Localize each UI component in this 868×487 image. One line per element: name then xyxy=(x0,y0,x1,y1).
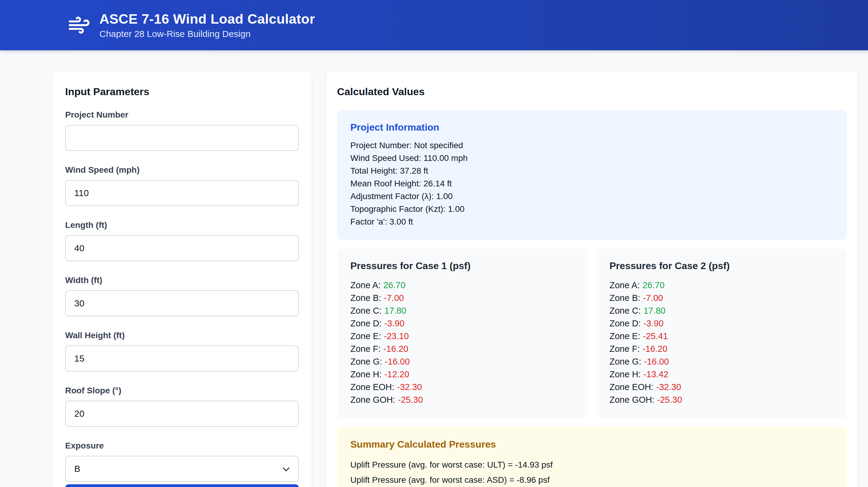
zone-value: 17.80 xyxy=(644,306,665,315)
zone-value: -16.00 xyxy=(385,357,410,366)
zone-row: Zone C:17.80 xyxy=(610,304,833,317)
zone-value: 17.80 xyxy=(384,306,406,315)
wind-speed-label: Wind Speed (mph) xyxy=(65,165,299,175)
zone-value: -7.00 xyxy=(384,293,404,303)
case2-zone-list: Zone A:26.70 Zone B:-7.00 Zone C:17.80 Z… xyxy=(610,279,833,406)
zone-row: Zone F:-16.20 xyxy=(350,342,574,355)
project-info-line: Topographic Factor (Kzt): 1.00 xyxy=(350,203,833,215)
summary-title: Summary Calculated Pressures xyxy=(350,439,833,450)
project-info-line: Adjustment Factor (λ): 1.00 xyxy=(350,190,833,203)
exposure-group: Exposure B xyxy=(65,440,299,482)
project-number-input[interactable] xyxy=(65,125,299,151)
results-panel-title: Calculated Values xyxy=(337,86,847,98)
zone-value: -16.20 xyxy=(643,344,668,354)
zone-value: -16.20 xyxy=(383,344,408,354)
zone-label: Zone EOH: xyxy=(610,382,653,392)
case1-title: Pressures for Case 1 (psf) xyxy=(350,260,574,272)
wind-icon xyxy=(68,14,90,36)
zone-row: Zone EOH:-32.30 xyxy=(610,381,833,393)
zone-value: -23.10 xyxy=(384,331,409,341)
zone-row: Zone A:26.70 xyxy=(610,279,833,292)
zone-label: Zone E: xyxy=(350,331,381,341)
zone-value: -32.30 xyxy=(656,382,681,392)
input-panel-title: Input Parameters xyxy=(65,86,299,98)
zone-value: -16.00 xyxy=(644,357,669,366)
project-info-line: Factor 'a': 3.00 ft xyxy=(350,215,833,228)
project-info-line: Total Height: 37.28 ft xyxy=(350,164,833,177)
exposure-select[interactable]: B xyxy=(65,456,299,482)
case2-box: Pressures for Case 2 (psf) Zone A:26.70 … xyxy=(596,249,847,418)
width-input[interactable] xyxy=(65,290,299,316)
zone-row: Zone E:-25.41 xyxy=(610,330,833,342)
zone-row: Zone F:-16.20 xyxy=(610,342,833,355)
pressure-cases-row: Pressures for Case 1 (psf) Zone A:26.70 … xyxy=(337,249,847,418)
zone-row: Zone E:-23.10 xyxy=(350,330,574,342)
zone-row: Zone G:-16.00 xyxy=(350,355,574,368)
roof-slope-group: Roof Slope (°) xyxy=(65,386,299,427)
zone-label: Zone G: xyxy=(350,357,382,366)
exposure-label: Exposure xyxy=(65,440,299,451)
zone-value: -25.30 xyxy=(398,395,423,404)
zone-label: Zone C: xyxy=(350,306,381,315)
wind-speed-group: Wind Speed (mph) xyxy=(65,165,299,206)
zone-value: -25.41 xyxy=(643,331,668,341)
input-parameters-panel: Input Parameters Project Number Wind Spe… xyxy=(53,72,312,487)
zone-value: -12.20 xyxy=(384,369,409,379)
zone-label: Zone A: xyxy=(610,280,640,290)
zone-row: Zone D:-3.90 xyxy=(350,317,574,330)
project-info-line: Wind Speed Used: 110.00 mph xyxy=(350,152,833,164)
project-info-lines: Project Number: Not specified Wind Speed… xyxy=(350,139,833,228)
zone-row: Zone B:-7.00 xyxy=(610,292,833,304)
width-label: Width (ft) xyxy=(65,275,299,285)
zone-row: Zone H:-13.42 xyxy=(610,368,833,381)
project-number-label: Project Number xyxy=(65,110,299,120)
app-subtitle: Chapter 28 Low-Rise Building Design xyxy=(99,29,315,39)
exposure-selected-value: B xyxy=(74,464,80,474)
app-header: ASCE 7-16 Wind Load Calculator Chapter 2… xyxy=(0,0,868,50)
case1-zone-list: Zone A:26.70 Zone B:-7.00 Zone C:17.80 Z… xyxy=(350,279,574,406)
zone-label: Zone H: xyxy=(350,369,381,379)
length-group: Length (ft) xyxy=(65,220,299,261)
zone-label: Zone F: xyxy=(350,344,381,354)
wind-speed-input[interactable] xyxy=(65,180,299,206)
zone-label: Zone H: xyxy=(610,369,641,379)
summary-lines: Uplift Pressure (avg. for worst case: UL… xyxy=(350,457,833,487)
zone-label: Zone C: xyxy=(610,306,641,315)
zone-row: Zone G:-16.00 xyxy=(610,355,833,368)
zone-label: Zone A: xyxy=(350,280,381,290)
project-info-title: Project Information xyxy=(350,122,833,133)
zone-row: Zone GOH:-25.30 xyxy=(610,393,833,406)
length-label: Length (ft) xyxy=(65,220,299,230)
zone-label: Zone D: xyxy=(610,318,641,328)
length-input[interactable] xyxy=(65,235,299,261)
roof-slope-input[interactable] xyxy=(65,401,299,427)
main-content: Input Parameters Project Number Wind Spe… xyxy=(0,50,868,487)
zone-row: Zone GOH:-25.30 xyxy=(350,393,574,406)
zone-label: Zone B: xyxy=(350,293,381,303)
case1-box: Pressures for Case 1 (psf) Zone A:26.70 … xyxy=(337,249,588,418)
zone-label: Zone B: xyxy=(610,293,641,303)
zone-label: Zone F: xyxy=(610,344,640,354)
project-info-line: Mean Roof Height: 26.14 ft xyxy=(350,177,833,190)
app-title: ASCE 7-16 Wind Load Calculator xyxy=(99,11,315,27)
roof-slope-label: Roof Slope (°) xyxy=(65,386,299,396)
zone-label: Zone G: xyxy=(610,357,641,366)
zone-value: -7.00 xyxy=(643,293,663,303)
wall-height-input[interactable] xyxy=(65,345,299,371)
zone-value: -25.30 xyxy=(657,395,682,404)
case2-title: Pressures for Case 2 (psf) xyxy=(610,260,833,272)
zone-row: Zone C:17.80 xyxy=(350,304,574,317)
summary-box: Summary Calculated Pressures Uplift Pres… xyxy=(337,427,847,487)
zone-value: 26.70 xyxy=(383,280,405,290)
zone-value: -3.90 xyxy=(644,318,663,328)
calculate-button[interactable] xyxy=(65,484,299,487)
zone-label: Zone D: xyxy=(350,318,381,328)
zone-label: Zone E: xyxy=(610,331,641,341)
wall-height-label: Wall Height (ft) xyxy=(65,330,299,341)
zone-row: Zone EOH:-32.30 xyxy=(350,381,574,393)
zone-row: Zone H:-12.20 xyxy=(350,368,574,381)
zone-row: Zone D:-3.90 xyxy=(610,317,833,330)
summary-line: Uplift Pressure (avg. for worst case: UL… xyxy=(350,457,833,473)
wall-height-group: Wall Height (ft) xyxy=(65,330,299,371)
zone-value: -32.30 xyxy=(397,382,422,392)
